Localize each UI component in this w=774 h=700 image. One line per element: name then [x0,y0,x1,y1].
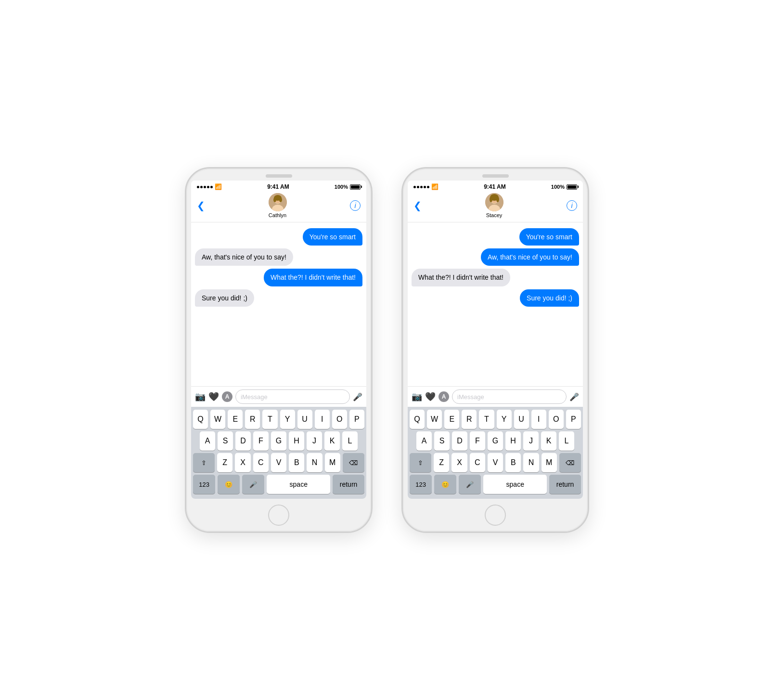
key-c-cathlyn[interactable]: C [253,453,269,472]
info-button-stacey[interactable]: i [567,200,577,211]
key-u-cathlyn[interactable]: U [297,410,312,429]
key-t-stacey[interactable]: T [479,410,494,429]
message-3-stacey: What the?! I didn't write that! [412,269,510,286]
key-p-stacey[interactable]: P [566,410,581,429]
input-placeholder-stacey: iMessage [457,393,484,401]
key-g-cathlyn[interactable]: G [271,431,286,451]
imessage-input-cathlyn[interactable]: iMessage [235,389,350,404]
key-123-stacey[interactable]: 123 [410,475,432,494]
key-b-stacey[interactable]: B [505,453,521,472]
key-return-stacey[interactable]: return [549,475,581,494]
iphone-cathlyn: 📶 9:41 AM 100% ❮ [185,167,373,533]
key-a-stacey[interactable]: A [416,431,432,451]
key-s-cathlyn[interactable]: S [218,431,233,451]
key-y-cathlyn[interactable]: Y [280,410,295,429]
home-button-stacey[interactable] [485,505,506,526]
signal-dot-2s [417,186,419,188]
key-o-stacey[interactable]: O [549,410,564,429]
keyboard-row3-stacey: ⇧ Z X C V B N M ⌫ [410,453,581,472]
heart-icon-cathlyn[interactable]: 🖤 [208,391,219,402]
key-o-cathlyn[interactable]: O [332,410,347,429]
key-h-stacey[interactable]: H [505,431,521,451]
key-n-cathlyn[interactable]: N [307,453,322,472]
key-n-stacey[interactable]: N [523,453,539,472]
back-button-stacey[interactable]: ❮ [413,200,422,211]
key-t-cathlyn[interactable]: T [262,410,277,429]
key-i-cathlyn[interactable]: I [315,410,330,429]
key-z-cathlyn[interactable]: Z [217,453,232,472]
key-e-cathlyn[interactable]: E [228,410,243,429]
battery-percent-stacey: 100% [551,184,565,190]
imessage-input-stacey[interactable]: iMessage [452,389,567,404]
key-d-stacey[interactable]: D [452,431,467,451]
key-p-cathlyn[interactable]: P [349,410,364,429]
key-123-cathlyn[interactable]: 123 [193,475,215,494]
key-f-cathlyn[interactable]: F [253,431,269,451]
key-shift-stacey[interactable]: ⇧ [410,453,431,472]
camera-icon-cathlyn[interactable]: 📷 [195,391,206,402]
key-return-cathlyn[interactable]: return [333,475,364,494]
key-v-cathlyn[interactable]: V [271,453,286,472]
key-i-stacey[interactable]: I [531,410,546,429]
appstore-icon-cathlyn[interactable]: A [222,391,232,402]
mic-icon-cathlyn[interactable]: 🎤 [353,392,362,402]
camera-icon-stacey[interactable]: 📷 [412,391,422,402]
status-bar-cathlyn: 📶 9:41 AM 100% [191,181,366,191]
key-s-stacey[interactable]: S [434,431,450,451]
key-m-stacey[interactable]: M [542,453,557,472]
key-u-stacey[interactable]: U [514,410,529,429]
avatar-stacey [485,193,503,211]
key-j-cathlyn[interactable]: J [307,431,322,451]
key-r-stacey[interactable]: R [462,410,477,429]
mic-icon-stacey[interactable]: 🎤 [569,392,579,402]
key-m-cathlyn[interactable]: M [325,453,340,472]
key-q-stacey[interactable]: Q [410,410,425,429]
key-delete-stacey[interactable]: ⌫ [559,453,581,472]
key-g-stacey[interactable]: G [488,431,503,451]
iphone-stacey: 📶 9:41 AM 100% ❮ [401,167,589,533]
back-button-cathlyn[interactable]: ❮ [197,200,205,211]
signal-dot-3s [420,186,423,188]
key-y-stacey[interactable]: Y [497,410,512,429]
key-d-cathlyn[interactable]: D [235,431,251,451]
key-w-cathlyn[interactable]: W [210,410,225,429]
key-b-cathlyn[interactable]: B [289,453,304,472]
key-l-stacey[interactable]: L [559,431,574,451]
key-space-stacey[interactable]: space [483,475,547,494]
appstore-icon-stacey[interactable]: A [439,391,449,402]
key-k-cathlyn[interactable]: K [324,431,340,451]
key-q-cathlyn[interactable]: Q [193,410,208,429]
key-v-stacey[interactable]: V [488,453,503,472]
battery-icon-stacey [567,184,577,190]
key-mic-cathlyn[interactable]: 🎤 [242,475,264,494]
key-shift-cathlyn[interactable]: ⇧ [193,453,215,472]
message-4-cathlyn: Sure you did! ;) [195,289,254,307]
key-l-cathlyn[interactable]: L [342,431,358,451]
key-j-stacey[interactable]: J [523,431,539,451]
key-k-stacey[interactable]: K [541,431,556,451]
battery-fill-stacey [568,185,576,189]
nav-center-stacey: Stacey [485,193,503,218]
info-button-cathlyn[interactable]: i [350,200,361,211]
key-f-stacey[interactable]: F [470,431,485,451]
key-emoji-cathlyn[interactable]: 😊 [218,475,240,494]
key-c-stacey[interactable]: C [470,453,485,472]
key-w-stacey[interactable]: W [427,410,442,429]
key-r-cathlyn[interactable]: R [245,410,260,429]
heart-icon-stacey[interactable]: 🖤 [425,391,436,402]
messages-area-cathlyn: You're so smart Aw, that's nice of you t… [191,222,366,386]
nav-center-cathlyn: Cathlyn [269,193,287,218]
key-e-stacey[interactable]: E [444,410,459,429]
key-emoji-stacey[interactable]: 😊 [434,475,456,494]
key-z-stacey[interactable]: Z [434,453,449,472]
home-button-cathlyn[interactable] [268,505,289,526]
key-delete-cathlyn[interactable]: ⌫ [343,453,364,472]
key-a-cathlyn[interactable]: A [200,431,215,451]
signal-dot-2 [200,186,203,188]
key-mic-stacey[interactable]: 🎤 [459,475,481,494]
key-h-cathlyn[interactable]: H [289,431,304,451]
key-space-cathlyn[interactable]: space [267,475,330,494]
key-x-cathlyn[interactable]: X [235,453,250,472]
key-x-stacey[interactable]: X [452,453,467,472]
battery-fill [351,185,360,189]
